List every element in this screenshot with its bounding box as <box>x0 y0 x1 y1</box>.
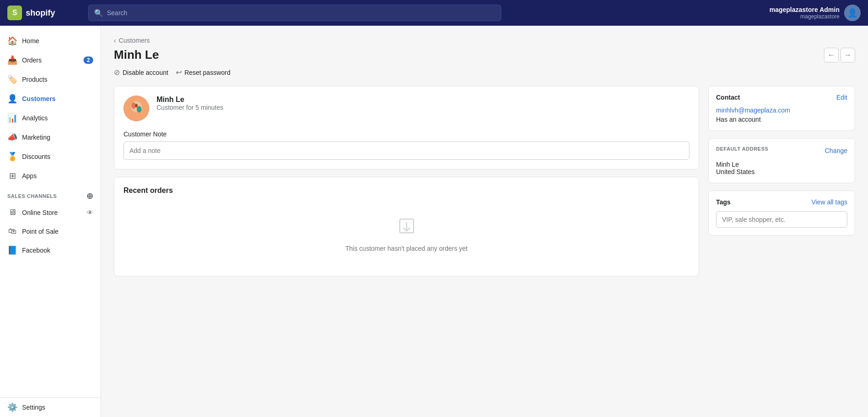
eye-icon[interactable]: 👁 <box>87 209 93 216</box>
sidebar-item-label: Settings <box>22 404 45 411</box>
tags-card: Tags View all tags <box>708 191 855 236</box>
note-input[interactable] <box>123 141 689 160</box>
sidebar-item-products[interactable]: 🏷️ Products <box>0 70 101 89</box>
user-menu[interactable]: mageplazastore Admin mageplazastore 👤 <box>769 5 861 21</box>
empty-orders: This customer hasn't placed any orders y… <box>123 202 689 267</box>
sidebar-badge: 2 <box>84 56 93 64</box>
sidebar-item-label: Customers <box>22 95 56 102</box>
sidebar-item-label: Discounts <box>22 153 50 160</box>
sidebar-item-analytics[interactable]: 📊 Analytics <box>0 108 101 128</box>
sidebar-item-discounts[interactable]: 🏅 Discounts <box>0 147 101 166</box>
tags-title: Tags <box>716 198 731 206</box>
customer-name: Minh Le <box>157 96 224 104</box>
change-address-button[interactable]: Change <box>825 147 847 154</box>
sidebar-item-orders[interactable]: 📥 Orders 2 <box>0 51 101 70</box>
sidebar-item-label: Orders <box>22 56 42 64</box>
products-icon: 🏷️ <box>7 74 17 85</box>
nav-prev-button[interactable]: ← <box>824 48 839 62</box>
reset-password-button[interactable]: ↩ Reset password <box>176 68 230 77</box>
sidebar-item-label: Products <box>22 76 47 83</box>
sidebar-item-home[interactable]: 🏠 Home <box>0 31 101 51</box>
left-column: Minh Le Customer for 5 minutes Customer … <box>114 86 699 284</box>
disable-icon: ⊘ <box>114 68 120 77</box>
sidebar-item-label: Analytics <box>22 114 48 122</box>
tags-card-header: Tags View all tags <box>716 198 847 206</box>
breadcrumb-label: Customers <box>119 37 150 44</box>
sidebar-item-settings[interactable]: ⚙️ Settings <box>0 398 101 417</box>
user-store: mageplazastore <box>769 13 840 20</box>
add-channel-icon[interactable]: ⊕ <box>86 191 94 201</box>
apps-icon: ⊞ <box>7 171 17 181</box>
note-label: Customer Note <box>123 130 689 138</box>
page-title: Minh Le <box>114 48 159 62</box>
svg-point-4 <box>135 104 138 107</box>
right-column: Contact Edit minhlvh@mageplaza.com Has a… <box>708 86 855 284</box>
recent-orders-card: Recent orders This customer hasn't place… <box>114 177 699 276</box>
customer-details: Minh Le Customer for 5 minutes <box>157 96 224 111</box>
shopify-logo[interactable]: S shopify <box>7 6 81 20</box>
logo-icon: S <box>7 6 22 20</box>
logo-text: shopify <box>26 8 55 18</box>
sidebar-item-label: Online Store <box>22 209 58 216</box>
search-bar[interactable]: 🔍 <box>88 5 501 21</box>
search-input[interactable] <box>107 9 495 17</box>
sidebar-bottom: ⚙️ Settings <box>0 397 101 417</box>
contact-card-header: Contact Edit <box>716 94 847 101</box>
main-content: ‹ Customers Minh Le ← → ⊘ Disable accoun… <box>101 26 868 417</box>
tags-input[interactable] <box>716 211 847 228</box>
address-country: United States <box>716 168 847 175</box>
online-store-icon: 🖥 <box>7 208 17 217</box>
user-info: mageplazastore Admin mageplazastore <box>769 6 840 20</box>
customer-info-card: Minh Le Customer for 5 minutes Customer … <box>114 86 699 169</box>
default-address-label: DEFAULT ADDRESS <box>716 146 768 152</box>
sidebar-item-facebook[interactable]: 📘 Facebook <box>0 241 101 260</box>
contact-account-status: Has an account <box>716 116 847 123</box>
nav-next-button[interactable]: → <box>840 48 855 62</box>
avatar[interactable]: 👤 <box>844 5 861 21</box>
analytics-icon: 📊 <box>7 113 17 123</box>
search-icon: 🔍 <box>94 9 103 17</box>
discounts-icon: 🏅 <box>7 152 17 162</box>
sidebar-item-label: Facebook <box>22 247 50 254</box>
sidebar-item-point-of-sale[interactable]: 🛍 Point of Sale <box>0 222 101 241</box>
empty-orders-text: This customer hasn't placed any orders y… <box>345 245 467 252</box>
disable-account-button[interactable]: ⊘ Disable account <box>114 68 168 77</box>
page-header: Minh Le ← → <box>114 48 855 62</box>
breadcrumb[interactable]: ‹ Customers <box>114 37 855 44</box>
sidebar-item-customers[interactable]: 👤 Customers <box>0 89 101 108</box>
reset-password-label: Reset password <box>185 69 230 76</box>
point-of-sale-icon: 🛍 <box>7 226 17 236</box>
disable-account-label: Disable account <box>123 69 168 76</box>
sidebar-item-label: Home <box>22 37 39 45</box>
user-name: mageplazastore Admin <box>769 6 840 13</box>
contact-email[interactable]: minhlvh@mageplaza.com <box>716 107 847 114</box>
nav-arrows: ← → <box>824 48 855 62</box>
settings-icon: ⚙️ <box>7 402 17 412</box>
customer-since: Customer for 5 minutes <box>157 104 224 111</box>
empty-orders-icon <box>398 217 416 239</box>
contact-edit-button[interactable]: Edit <box>836 94 847 101</box>
default-address-header: DEFAULT ADDRESS Change <box>716 146 847 155</box>
reset-icon: ↩ <box>176 68 182 77</box>
svg-point-3 <box>137 106 141 113</box>
sidebar-item-label: Apps <box>22 172 37 180</box>
address-name: Minh Le <box>716 161 847 168</box>
sidebar-item-label: Point of Sale <box>22 228 58 235</box>
facebook-icon: 📘 <box>7 245 17 255</box>
sidebar-item-label: Marketing <box>22 134 50 141</box>
contact-card: Contact Edit minhlvh@mageplaza.com Has a… <box>708 86 855 131</box>
orders-icon: 📥 <box>7 55 17 65</box>
sidebar: 🏠 Home 📥 Orders 2 🏷️ Products 👤 Customer… <box>0 26 101 417</box>
content-grid: Minh Le Customer for 5 minutes Customer … <box>114 86 855 284</box>
contact-title: Contact <box>716 94 740 101</box>
sidebar-item-marketing[interactable]: 📣 Marketing <box>0 128 101 147</box>
top-navigation: S shopify 🔍 mageplazastore Admin magepla… <box>0 0 868 26</box>
sales-channels-label: SALES CHANNELS ⊕ <box>0 186 101 203</box>
customer-info: Minh Le Customer for 5 minutes <box>123 96 689 121</box>
action-buttons: ⊘ Disable account ↩ Reset password <box>114 68 855 77</box>
breadcrumb-arrow: ‹ <box>114 37 116 44</box>
sidebar-item-online-store[interactable]: 🖥 Online Store 👁 <box>0 203 101 222</box>
view-all-tags-button[interactable]: View all tags <box>812 198 847 206</box>
main-layout: 🏠 Home 📥 Orders 2 🏷️ Products 👤 Customer… <box>0 26 868 417</box>
sidebar-item-apps[interactable]: ⊞ Apps <box>0 166 101 186</box>
